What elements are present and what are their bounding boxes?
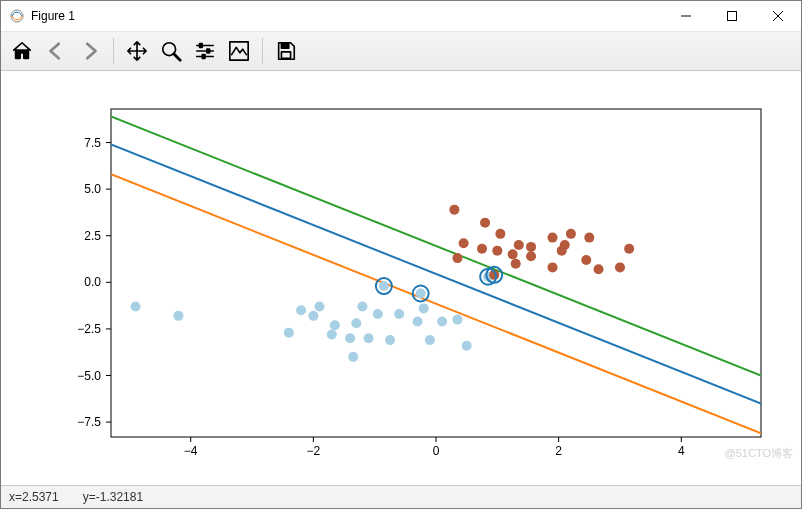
app-icon [9,8,25,24]
svg-point-80 [526,251,536,261]
forward-button[interactable] [75,36,105,66]
minimize-button[interactable] [663,1,709,31]
svg-text:2: 2 [555,444,562,458]
svg-point-45 [131,302,141,312]
svg-point-88 [584,233,594,243]
svg-point-67 [379,281,389,291]
window-title: Figure 1 [31,9,75,23]
toolbar-separator [113,38,114,64]
svg-rect-12 [202,55,205,59]
svg-point-47 [284,328,294,338]
svg-point-90 [615,262,625,272]
svg-point-62 [419,303,429,313]
maximize-button[interactable] [709,1,755,31]
home-button[interactable] [7,36,37,66]
svg-point-55 [351,318,361,328]
svg-point-61 [413,316,423,326]
svg-point-89 [594,264,604,274]
svg-point-79 [514,240,524,250]
svg-rect-15 [281,52,290,58]
svg-point-59 [385,335,395,345]
svg-point-91 [624,244,634,254]
svg-rect-2 [728,12,737,21]
svg-point-87 [581,255,591,265]
svg-point-70 [449,205,459,215]
svg-text:0: 0 [433,444,440,458]
svg-point-57 [364,333,374,343]
svg-point-78 [511,259,521,269]
svg-text:0.0: 0.0 [84,275,101,289]
svg-point-53 [345,333,355,343]
svg-text:−4: −4 [184,444,198,458]
svg-text:−2: −2 [307,444,321,458]
svg-point-77 [508,249,518,259]
titlebar: Figure 1 [1,1,801,32]
pan-button[interactable] [122,36,152,66]
back-button[interactable] [41,36,71,66]
svg-point-86 [566,229,576,239]
svg-text:5.0: 5.0 [84,182,101,196]
svg-point-63 [425,335,435,345]
svg-text:−2.5: −2.5 [77,322,101,336]
statusbar: x=2.5371 y=-1.32181 [1,485,801,508]
svg-point-81 [526,242,536,252]
svg-point-51 [327,330,337,340]
toolbar [1,32,801,71]
svg-point-60 [394,309,404,319]
save-button[interactable] [271,36,301,66]
svg-text:4: 4 [678,444,685,458]
close-button[interactable] [755,1,801,31]
svg-point-71 [452,253,462,263]
svg-text:2.5: 2.5 [84,229,101,243]
svg-point-75 [492,246,502,256]
svg-point-73 [477,244,487,254]
svg-point-64 [437,316,447,326]
status-y: y=-1.32181 [83,490,143,504]
svg-point-46 [173,311,183,321]
svg-point-52 [330,320,340,330]
svg-rect-11 [207,49,210,53]
toolbar-separator [262,38,263,64]
svg-point-85 [560,240,570,250]
zoom-button[interactable] [156,36,186,66]
plot-svg: −4−2024−7.5−5.0−2.50.02.55.07.5 [1,71,801,487]
svg-point-66 [462,341,472,351]
svg-point-72 [459,238,469,248]
svg-point-74 [480,218,490,228]
edit-button[interactable] [224,36,254,66]
svg-point-49 [308,311,318,321]
figure-window: Figure 1 −4−2024 [0,0,802,509]
svg-point-76 [495,229,505,239]
svg-text:−5.0: −5.0 [77,369,101,383]
svg-text:−7.5: −7.5 [77,415,101,429]
svg-line-6 [174,54,180,60]
svg-point-58 [373,309,383,319]
svg-rect-14 [281,43,288,49]
plot-canvas[interactable]: −4−2024−7.5−5.0−2.50.02.55.07.5 @51CTO博客 [1,71,801,485]
svg-point-82 [548,233,558,243]
svg-point-54 [348,352,358,362]
svg-text:7.5: 7.5 [84,136,101,150]
svg-point-50 [314,302,324,312]
svg-rect-10 [200,44,203,48]
svg-point-83 [548,262,558,272]
svg-point-68 [416,289,426,299]
status-x: x=2.5371 [9,490,59,504]
configure-button[interactable] [190,36,220,66]
svg-point-56 [357,302,367,312]
svg-point-48 [296,305,306,315]
svg-point-65 [452,315,462,325]
